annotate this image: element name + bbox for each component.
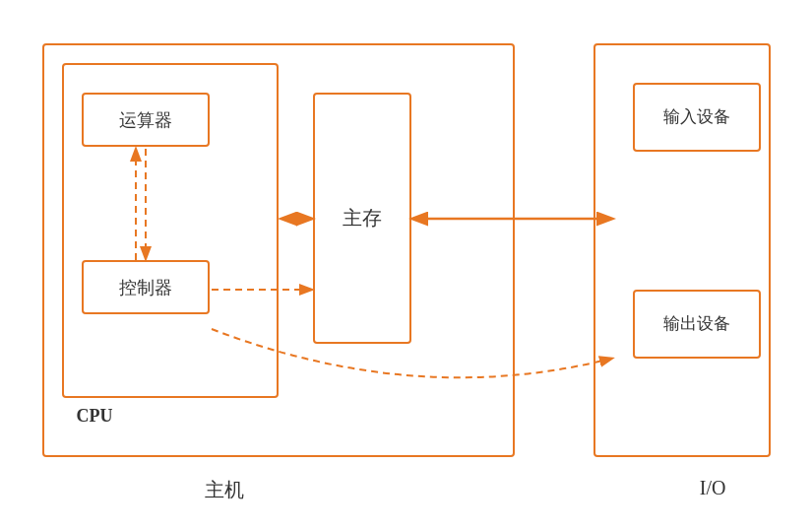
alu-box: 运算器 — [82, 93, 210, 147]
host-label: 主机 — [205, 477, 244, 503]
io-output-label: 输出设备 — [663, 312, 730, 336]
io-input-label: 输入设备 — [663, 105, 730, 129]
memory-box: 主存 — [313, 93, 411, 344]
memory-label: 主存 — [343, 205, 382, 232]
io-label: I/O — [700, 477, 726, 499]
cpu-label: CPU — [77, 406, 113, 427]
io-input-box: 输入设备 — [633, 83, 761, 152]
controller-label: 控制器 — [119, 276, 172, 299]
controller-box: 控制器 — [82, 260, 210, 314]
diagram-container: 运算器 控制器 主存 输入设备 输出设备 CPU 主机 I/O — [23, 24, 790, 506]
alu-label: 运算器 — [119, 108, 172, 132]
io-output-box: 输出设备 — [633, 290, 761, 359]
